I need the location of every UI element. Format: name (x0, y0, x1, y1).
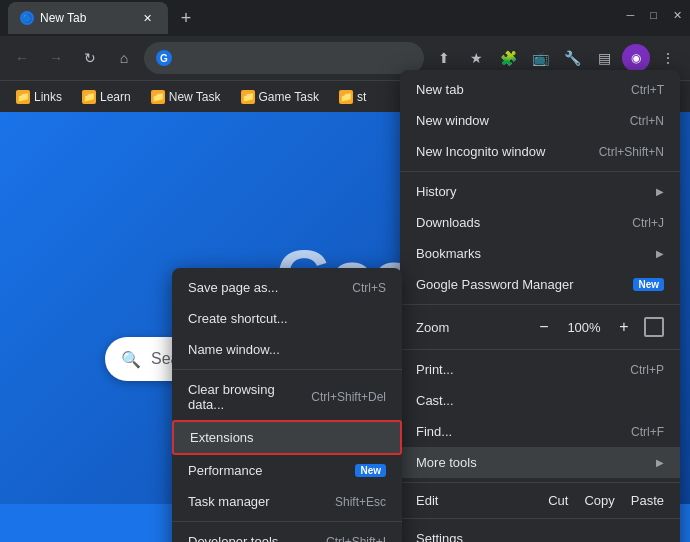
menu-downloads[interactable]: Downloads Ctrl+J (400, 207, 680, 238)
bookmark-learn[interactable]: 📁 Learn (74, 86, 139, 108)
profile-icon[interactable]: ◉ (622, 44, 650, 72)
menu-new-tab[interactable]: New tab Ctrl+T (400, 74, 680, 105)
menu-downloads-label: Downloads (416, 215, 632, 230)
edit-actions: Cut Copy Paste (548, 493, 664, 508)
menu-downloads-shortcut: Ctrl+J (632, 216, 664, 230)
cast-icon[interactable]: 📺 (526, 44, 554, 72)
url-bar[interactable]: G (144, 42, 424, 74)
zoom-label: Zoom (416, 320, 532, 335)
menu-cast[interactable]: Cast... (400, 385, 680, 416)
menu-incognito[interactable]: New Incognito window Ctrl+Shift+N (400, 136, 680, 167)
paste-button[interactable]: Paste (631, 493, 664, 508)
submenu-task-manager[interactable]: Task manager Shift+Esc (172, 486, 402, 517)
bookmark-links[interactable]: 📁 Links (8, 86, 70, 108)
menu-incognito-label: New Incognito window (416, 144, 599, 159)
bookmark-st[interactable]: 📁 st (331, 86, 374, 108)
menu-new-tab-shortcut: Ctrl+T (631, 83, 664, 97)
maximize-button[interactable]: □ (650, 9, 657, 21)
zoom-in-button[interactable]: + (612, 315, 636, 339)
bookmark-icon[interactable]: ★ (462, 44, 490, 72)
submenu-clear-browsing[interactable]: Clear browsing data... Ctrl+Shift+Del (172, 374, 402, 420)
performance-badge: New (355, 464, 386, 477)
menu-cast-label: Cast... (416, 393, 664, 408)
menu-new-window[interactable]: New window Ctrl+N (400, 105, 680, 136)
menu-divider-1 (400, 171, 680, 172)
menu-more-tools[interactable]: More tools ▶ (400, 447, 680, 478)
menu-bookmarks-arrow: ▶ (656, 248, 664, 259)
menu-history[interactable]: History ▶ (400, 176, 680, 207)
submenu-divider-2 (172, 521, 402, 522)
submenu-task-manager-shortcut: Shift+Esc (335, 495, 386, 509)
menu-more-tools-arrow: ▶ (656, 457, 664, 468)
sidebar-icon[interactable]: ▤ (590, 44, 618, 72)
submenu-developer-tools[interactable]: Developer tools Ctrl+Shift+I (172, 526, 402, 542)
submenu-extensions[interactable]: Extensions (172, 420, 402, 455)
menu-print-shortcut: Ctrl+P (630, 363, 664, 377)
cut-button[interactable]: Cut (548, 493, 568, 508)
menu-print-label: Print... (416, 362, 630, 377)
menu-zoom: Zoom − 100% + (400, 309, 680, 345)
menu-new-window-label: New window (416, 113, 630, 128)
menu-find-label: Find... (416, 424, 631, 439)
submenu-name-window-label: Name window... (188, 342, 386, 357)
submenu-name-window[interactable]: Name window... (172, 334, 402, 365)
puzzle-icon[interactable]: 🔧 (558, 44, 586, 72)
bookmark-links-icon: 📁 (16, 90, 30, 104)
browser-tab[interactable]: 🔵 New Tab ✕ (8, 2, 168, 34)
menu-bookmarks-label: Bookmarks (416, 246, 648, 261)
submenu-divider-1 (172, 369, 402, 370)
bookmark-learn-icon: 📁 (82, 90, 96, 104)
window-controls: ─ □ ✕ (627, 9, 682, 28)
search-icon: 🔍 (121, 350, 141, 369)
minimize-button[interactable]: ─ (627, 9, 635, 21)
menu-divider-5 (400, 518, 680, 519)
submenu-developer-tools-shortcut: Ctrl+Shift+I (326, 535, 386, 543)
bookmark-links-label: Links (34, 90, 62, 104)
submenu-performance[interactable]: Performance New (172, 455, 402, 486)
menu-password-manager[interactable]: Google Password Manager New (400, 269, 680, 300)
menu-icon[interactable]: ⋮ (654, 44, 682, 72)
submenu-save-page[interactable]: Save page as... Ctrl+S (172, 272, 402, 303)
home-button[interactable]: ⌂ (110, 44, 138, 72)
share-icon[interactable]: ⬆ (430, 44, 458, 72)
submenu-create-shortcut-label: Create shortcut... (188, 311, 386, 326)
menu-bookmarks[interactable]: Bookmarks ▶ (400, 238, 680, 269)
bookmark-game-task[interactable]: 📁 Game Task (233, 86, 327, 108)
submenu-create-shortcut[interactable]: Create shortcut... (172, 303, 402, 334)
url-favicon: G (156, 50, 172, 66)
main-context-menu: New tab Ctrl+T New window Ctrl+N New Inc… (400, 70, 680, 542)
menu-new-window-shortcut: Ctrl+N (630, 114, 664, 128)
menu-find[interactable]: Find... Ctrl+F (400, 416, 680, 447)
zoom-out-button[interactable]: − (532, 315, 556, 339)
menu-settings[interactable]: Settings (400, 523, 680, 542)
menu-password-manager-label: Google Password Manager (416, 277, 625, 292)
menu-divider-3 (400, 349, 680, 350)
bookmark-new-task-label: New Task (169, 90, 221, 104)
menu-divider-2 (400, 304, 680, 305)
menu-history-arrow: ▶ (656, 186, 664, 197)
close-window-button[interactable]: ✕ (673, 9, 682, 22)
submenu-developer-tools-label: Developer tools (188, 534, 326, 542)
back-button[interactable]: ← (8, 44, 36, 72)
submenu-extensions-label: Extensions (190, 430, 384, 445)
bookmark-new-task[interactable]: 📁 New Task (143, 86, 229, 108)
edit-label: Edit (416, 493, 548, 508)
bookmark-st-icon: 📁 (339, 90, 353, 104)
menu-history-label: History (416, 184, 648, 199)
new-tab-button[interactable]: + (172, 4, 200, 32)
copy-button[interactable]: Copy (584, 493, 614, 508)
zoom-controls: − 100% + (532, 315, 664, 339)
menu-divider-4 (400, 482, 680, 483)
menu-print[interactable]: Print... Ctrl+P (400, 354, 680, 385)
tab-title: New Tab (40, 11, 132, 25)
tab-close-button[interactable]: ✕ (138, 9, 156, 27)
menu-more-tools-label: More tools (416, 455, 648, 470)
reload-button[interactable]: ↻ (76, 44, 104, 72)
fullscreen-button[interactable] (644, 317, 664, 337)
bookmark-learn-label: Learn (100, 90, 131, 104)
forward-button[interactable]: → (42, 44, 70, 72)
submenu-clear-browsing-label: Clear browsing data... (188, 382, 311, 412)
submenu-performance-label: Performance (188, 463, 347, 478)
extensions-icon[interactable]: 🧩 (494, 44, 522, 72)
submenu-clear-browsing-shortcut: Ctrl+Shift+Del (311, 390, 386, 404)
